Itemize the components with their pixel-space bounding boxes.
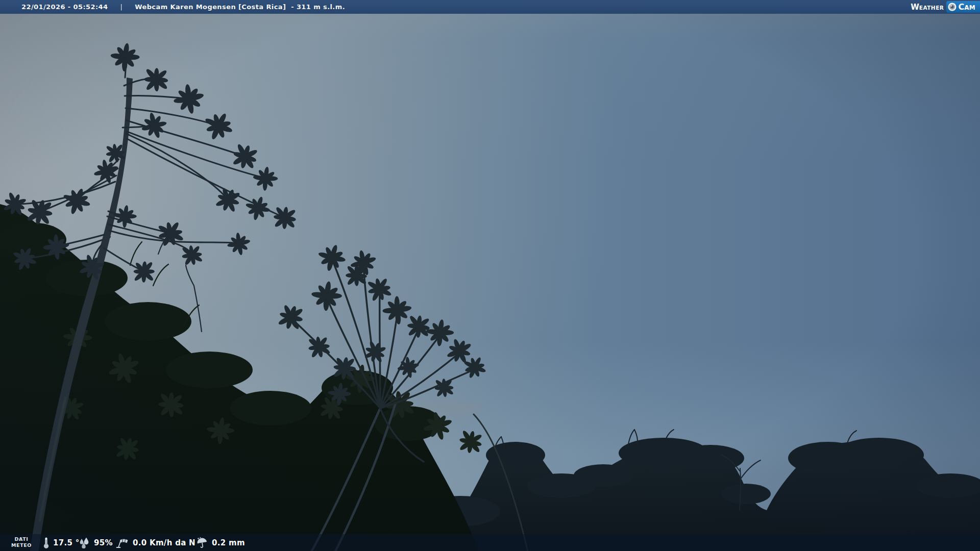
weathercam-logo: WEATHER CAM [911,0,980,14]
webcam-frame: 22/01/2026 - 05:52:44 | Webcam Karen Mog… [0,0,980,551]
wind-value: 0.0 Km/h da N [133,538,195,547]
thermometer-icon [43,537,50,549]
separator: | [120,3,122,11]
camera-lens-icon [948,3,957,11]
logo-weather-text: WEATHER [911,3,944,11]
timestamp: 22/01/2026 - 05:52:44 [21,3,108,11]
logo-cam-text: CAM [958,3,975,11]
logo-weather-rest: EATHER [919,5,944,11]
logo-cam-rest: AM [964,4,975,11]
windsock-icon [115,537,129,549]
rain-value: 0.2 mm [212,538,245,547]
water-drops-icon [78,537,90,549]
weather-data-label-line1: DATI [8,536,35,542]
top-info-bar: 22/01/2026 - 05:52:44 | Webcam Karen Mog… [0,0,980,14]
humidity-reading: 95% [78,534,113,551]
vignette [0,0,980,551]
webcam-photo [0,0,980,551]
temperature-reading: 17.5 ° [43,534,80,551]
logo-weather-initial: W [911,3,919,12]
rain-reading: 0.2 mm [196,534,245,551]
weather-data-label-line2: METEO [8,542,35,548]
wind-reading: 0.0 Km/h da N [115,534,195,551]
weather-data-bar: DATI METEO 17.5 ° 95% [0,534,980,551]
logo-cam-block: CAM [946,1,980,13]
weather-data-label: DATI METEO [8,536,35,548]
webcam-title: Webcam Karen Mogensen [Costa Rica] - 311… [135,3,345,11]
temperature-value: 17.5 ° [53,538,80,547]
logo-cam-initial: C [958,2,964,12]
umbrella-rain-icon [196,537,208,549]
humidity-value: 95% [94,538,113,547]
